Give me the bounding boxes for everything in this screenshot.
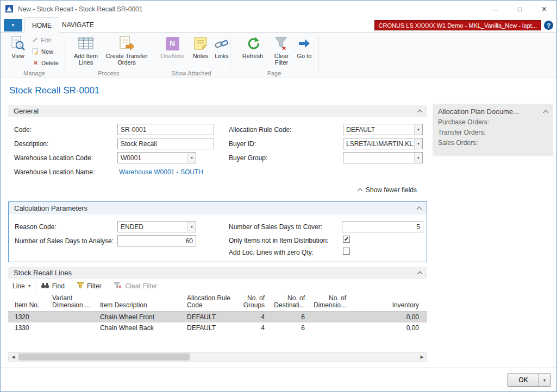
onenote-icon: N: [166, 35, 179, 52]
warehouse-location-name-link[interactable]: Warehouse W0001 - SOUTH: [119, 168, 203, 176]
edit-button[interactable]: Edit: [32, 36, 64, 45]
description-label: Description:: [14, 140, 48, 148]
add-item-lines-button[interactable]: Add Item Lines: [70, 35, 102, 66]
chevron-down-icon[interactable]: ▼: [414, 153, 422, 163]
warehouse-location-code-label: Warehouse Location Code:: [14, 154, 93, 162]
goto-button[interactable]: Go to: [296, 35, 312, 60]
column-header-allocation-rule-code[interactable]: Allocation Rule Code: [184, 294, 235, 312]
refresh-button[interactable]: Refresh: [239, 35, 267, 60]
buyer-group-combo[interactable]: ▼: [343, 152, 423, 163]
column-header-item-description[interactable]: Item Description: [97, 294, 184, 312]
stock-recall-lines-header[interactable]: Stock Recall Lines: [8, 267, 427, 279]
chevron-down-icon[interactable]: ▼: [187, 153, 196, 163]
group-separator: [65, 35, 65, 74]
ribbon-group-label: Process: [65, 70, 153, 77]
zero-qty-checkbox[interactable]: [343, 248, 350, 255]
group-separator: [153, 35, 153, 74]
chevron-down-icon[interactable]: ▼: [187, 222, 196, 232]
reason-code-combo[interactable]: ENDED ▼: [117, 221, 196, 232]
sales-days-analyse-label: Number of Sales Days to Analyse:: [15, 237, 114, 245]
tab-navigate[interactable]: NAVIGATE: [55, 17, 101, 33]
view-button[interactable]: View: [6, 35, 30, 60]
onenote-button[interactable]: N OneNote: [157, 35, 187, 60]
collapse-chevron-icon[interactable]: [417, 271, 423, 276]
table-row[interactable]: 1330 Chain Wheel Back DEFAULT 4 6 0,00: [8, 323, 427, 333]
general-section-header[interactable]: General: [8, 105, 427, 117]
ribbon-group-label: Manage: [4, 70, 65, 77]
collapse-chevron-icon[interactable]: [543, 110, 549, 115]
chevron-down-icon[interactable]: ▼: [414, 124, 422, 135]
allocation-rule-code-combo[interactable]: DEFAULT ▼: [343, 124, 423, 135]
table-row[interactable]: 1320 Chain Wheel Front DEFAULT 4 6 0,00: [8, 312, 427, 323]
only-items-checkbox[interactable]: ✓: [343, 236, 350, 243]
panel-item-sales-orders[interactable]: Sales Orders:: [438, 140, 548, 147]
ribbon-group-label: Page: [230, 70, 318, 77]
code-field[interactable]: SR-0001: [117, 124, 214, 135]
chevron-down-icon[interactable]: ▼: [414, 138, 422, 149]
column-header-item-no[interactable]: Item No.: [8, 294, 49, 312]
stock-recall-lines-table: Item No. Variant Dimension ... Item Desc…: [8, 294, 427, 333]
calculation-parameters-header[interactable]: Calculation Parameters: [9, 202, 427, 214]
ok-dropdown-arrow[interactable]: ▼: [539, 374, 550, 386]
column-header-no-of-destinations[interactable]: No. of Destinati...: [268, 294, 308, 312]
scrollbar-thumb[interactable]: [18, 353, 190, 361]
chevron-down-icon: ▼: [11, 23, 15, 28]
column-header-no-of-groups[interactable]: No. of Groups: [235, 294, 268, 312]
panel-item-transfer-orders[interactable]: Transfer Orders:: [438, 129, 548, 136]
buyer-id-combo[interactable]: LSRETAIL\MARTIN.KL... ▼: [343, 138, 423, 149]
sales-days-analyse-field[interactable]: 60: [117, 235, 196, 246]
scroll-left-icon[interactable]: ◀: [9, 353, 18, 361]
ribbon-group-label: Show Attached: [153, 70, 230, 77]
footer-divider: [1, 368, 556, 368]
scroll-right-icon[interactable]: ▶: [417, 353, 427, 361]
filter-button[interactable]: Filter: [77, 282, 102, 290]
ok-button[interactable]: OK: [508, 374, 539, 386]
horizontal-scrollbar[interactable]: ◀ ▶: [8, 352, 427, 362]
sales-days-cover-field[interactable]: 5: [342, 221, 423, 232]
ribbon-clear-filter-button[interactable]: × Clear Filter: [269, 35, 294, 66]
description-field[interactable]: Stock Recall: [117, 138, 214, 149]
ribbon-tab-row: ▼ HOME NAVIGATE CRONUS LS XXXXX W1 Demo …: [1, 17, 556, 33]
application-menu-button[interactable]: ▼: [4, 19, 22, 31]
sticky-note-icon: [193, 35, 208, 52]
panel-item-purchase-orders[interactable]: Purchase Orders:: [438, 119, 548, 126]
calculation-parameters-section: Calculation Parameters Reason Code: ENDE…: [8, 201, 427, 262]
links-button[interactable]: Links: [212, 35, 231, 60]
tab-home[interactable]: HOME: [24, 17, 59, 33]
help-icon[interactable]: ?: [544, 21, 553, 30]
warehouse-location-code-combo[interactable]: W0001 ▼: [117, 152, 196, 163]
collapse-chevron-icon[interactable]: [417, 109, 423, 115]
minimize-button[interactable]: —: [483, 1, 508, 17]
line-menu-button[interactable]: Line ▼: [12, 282, 32, 290]
svg-text:×: ×: [282, 44, 286, 51]
new-document-icon: ★: [32, 48, 39, 56]
new-button[interactable]: ★ New: [32, 47, 64, 56]
table-header-row: Item No. Variant Dimension ... Item Desc…: [8, 294, 427, 312]
notes-button[interactable]: Notes: [190, 35, 211, 60]
code-label: Code:: [14, 126, 32, 134]
toolbar-separator: [36, 282, 36, 290]
company-badge: CRONUS LS XXXXX W1 Demo - MKL_Vanilla_Ne…: [374, 20, 541, 30]
create-transfer-orders-button[interactable]: Create Transfer Orders: [104, 35, 149, 66]
group-separator: [318, 35, 319, 74]
column-header-no-of-dimensions[interactable]: No. of Dimensio...: [308, 294, 349, 312]
close-button[interactable]: ×: [532, 1, 556, 17]
zero-qty-label: Add Loc. Lines with zero Qty:: [229, 249, 314, 256]
sales-days-cover-label: Number of Sales Days to Cover:: [229, 223, 322, 231]
clear-filter-button[interactable]: × Clear Filter: [114, 282, 158, 290]
chevron-down-icon: ▼: [543, 378, 547, 382]
chevron-down-icon: ▼: [28, 284, 32, 288]
lines-toolbar: Line ▼ Find Filter × Clear Filter: [8, 279, 427, 293]
column-header-variant-dimension[interactable]: Variant Dimension ...: [49, 294, 97, 312]
page-title: Stock Recall SR-0001: [9, 85, 99, 96]
show-fewer-fields-link[interactable]: Show fewer fields: [358, 186, 417, 194]
clear-filter-funnel-icon: ×: [114, 282, 123, 290]
collapse-chevron-icon[interactable]: [417, 206, 422, 212]
svg-text:★: ★: [34, 50, 39, 55]
find-button[interactable]: Find: [41, 281, 65, 290]
column-header-inventory[interactable]: Inventory: [349, 294, 427, 312]
maximize-button[interactable]: □: [508, 1, 532, 17]
delete-button[interactable]: × Delete: [32, 59, 64, 67]
panel-title[interactable]: Allocation Plan Docume...: [438, 108, 548, 116]
ok-split-button[interactable]: OK ▼: [508, 374, 550, 387]
